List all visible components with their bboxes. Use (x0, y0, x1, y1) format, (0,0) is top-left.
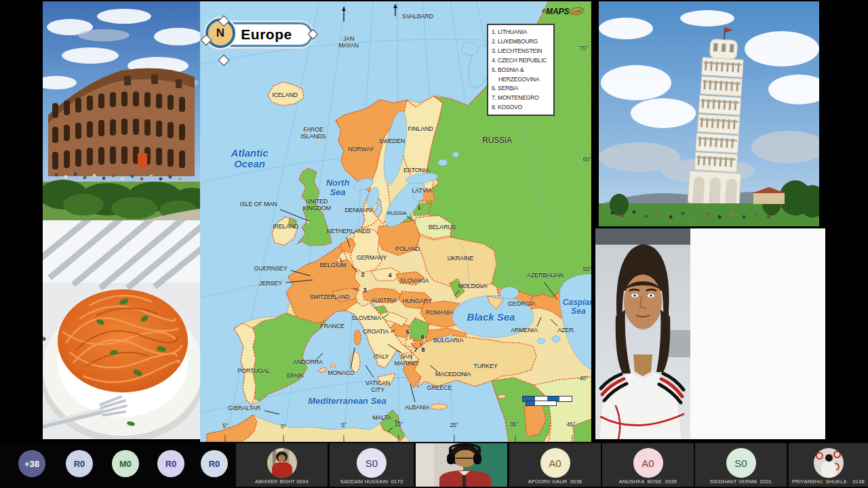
map-label-6: 6 (421, 334, 425, 341)
map-label-andorra: ANDORRA (293, 359, 323, 366)
map-label-spain: SPAIN (286, 373, 303, 380)
map-label-25-: 25° (450, 422, 458, 429)
participant-name: ABHISEK BISHT 0004 (236, 479, 328, 485)
participant-initials-avatar: A0 (633, 448, 663, 478)
participant-initials-avatar: S0 (726, 448, 756, 478)
map-label-armenia: ARMENIA (511, 327, 538, 334)
map-label-70-: 70° (579, 45, 588, 52)
logo-ring-icon (833, 451, 841, 458)
map-label-italy: ITALY (374, 354, 389, 361)
map-label-azerbaijan: AZERBAIJAN (527, 272, 564, 279)
map-label-5-: 5° (341, 422, 347, 429)
map-label-estonia: ESTONIA (403, 167, 429, 174)
map-label-norway: NORWAY (348, 146, 374, 153)
participant-tile-5[interactable]: A0ANUSHKA BOSE 0035 (602, 443, 694, 487)
legend-item: 2. LUXEMBOURG (492, 37, 551, 47)
headphones-band-icon (449, 443, 481, 453)
map-label-atlantic-ocean: Atlantic Ocean (231, 148, 268, 169)
video-conference-screen: SVALBARDJAN MAYANICELANDFAROE ISLANDSNOR… (0, 0, 868, 488)
map-label-albania: ALBANIA (405, 405, 430, 411)
participant-badge-38[interactable]: +38 (18, 450, 45, 477)
spaghetti-illustration (43, 220, 200, 439)
participant-badge-r0[interactable]: R0 (66, 450, 93, 477)
compass-rose: N (205, 18, 235, 48)
map-label-40-: 40° (579, 375, 588, 382)
map-label-croatia: CROATIA (363, 329, 389, 336)
legend-item: 6. SERBIA (492, 84, 551, 94)
legend-item: 1. LITHUANIA (492, 28, 551, 37)
map-label-macedonia: MACEDONIA (435, 371, 471, 378)
map-label-moldova: MOLDOVA (458, 283, 488, 290)
map-label-0-: 0° (281, 424, 286, 430)
legend-item: 3. LIECHTENSTEIN (492, 47, 551, 56)
map-label-russia: RUSSIA (387, 211, 407, 217)
map-label-1: 1 (418, 205, 421, 211)
map-label-mediterranean-sea: Mediterranean Sea (308, 396, 387, 406)
participant-badge-r0[interactable]: R0 (157, 450, 184, 477)
map-label-15-: 15° (394, 422, 403, 428)
top-edge (0, 0, 868, 1)
person-glasses (456, 458, 475, 462)
participant-tile-3[interactable] (416, 443, 507, 487)
person-head (825, 454, 833, 462)
map-label-belarus: BELARUS (429, 224, 456, 231)
colosseum-illustration (43, 1, 200, 220)
map-scale-bar (522, 396, 572, 406)
map-label-sweden: SWEDEN (379, 138, 405, 145)
participant-name: APOORV GAUR 0036 (509, 479, 601, 485)
participant-badge-m0[interactable]: M0 (112, 450, 139, 477)
map-label-gibraltar: GIBRALTAR (228, 405, 260, 412)
map-label-hungary: HUNGARY (402, 298, 431, 305)
map-label-iceland: ICELAND (272, 92, 298, 99)
participant-tile-4[interactable]: A0APOORV GAUR 0036 (509, 443, 601, 487)
map-label-5-: 5° (222, 423, 228, 430)
person-face (278, 455, 285, 462)
map-label-caspian-sea: Caspian Sea (563, 298, 591, 316)
map-label-turkey: TURKEY (473, 363, 497, 370)
participant-name: ANUSHKA BOSE 0035 (602, 479, 694, 485)
map-label-slovakia: SLOVAKIA (400, 278, 429, 285)
map-label-denmark: DENMARK (344, 207, 374, 214)
map-label-united-kingdom: UNITED KINGDOM (302, 199, 331, 211)
map-label-slovenia: SLOVENIA (351, 315, 380, 322)
pisa-illustration (599, 1, 819, 226)
person-torso (272, 462, 292, 478)
participant-tile-2[interactable]: S0SADDAM HUSSAIN 0173 (330, 443, 414, 487)
map-label-60-: 60° (583, 157, 591, 163)
participant-photo-avatar (814, 448, 844, 478)
map-label-austria: AUSTRIA (371, 298, 397, 304)
map-label-8: 8 (422, 347, 425, 354)
map-label-azer-: AZER. (557, 327, 575, 334)
compass-letter: N (216, 26, 224, 40)
headphone-earcup-icon (473, 453, 481, 464)
participant-badge-r0[interactable]: R0 (201, 450, 228, 477)
map-label-romania: ROMANIA (426, 310, 454, 317)
legend-item: 4. CZECH REPUBLIC (492, 56, 551, 66)
map-label-bulgaria: BULGARIA (433, 338, 463, 344)
scale-bar-bottom-row (526, 401, 557, 406)
participant-name: PRIYANSHU SHUKLA 0148 (789, 479, 868, 485)
map-label-north-sea: North Sea (326, 178, 350, 197)
europe-map: SVALBARDJAN MAYANICELANDFAROE ISLANDSNOR… (200, 0, 591, 442)
participant-tile-6[interactable]: S0SIDDHANT VERMA 0201 (695, 443, 787, 487)
participant-tile-7[interactable]: PRIYANSHU SHUKLA 0148 (789, 443, 868, 487)
map-label-russia: RUSSIA (482, 136, 511, 145)
compass-north-point (218, 16, 230, 27)
participant-tile-1[interactable]: ABHISEK BISHT 0004 (236, 443, 328, 487)
map-label-black-sea: Black Sea (467, 312, 515, 323)
map-label-jan-mayan: JAN MAYAN (338, 36, 359, 49)
map-label-latvia: LATVIA (412, 188, 431, 195)
participant-name: SIDDHANT VERMA 0201 (695, 479, 787, 485)
legend-item: 5. BOSNIA & (492, 66, 551, 75)
map-label-35-: 35° (509, 422, 518, 428)
map-label-faroe-islands: FAROE ISLANDS (300, 127, 326, 140)
participants-filmstrip: +38R0M0R0R0ABHISEK BISHT 0004S0SADDAM HU… (0, 442, 868, 488)
map-label-4: 4 (389, 272, 392, 279)
participant-initials-avatar: A0 (540, 448, 570, 478)
maps-tld: com (569, 7, 585, 16)
map-label-45-: 45° (566, 422, 575, 428)
map-label-vatican-city: VATICAN CITY (366, 380, 390, 393)
map-label-finland: FINLAND (408, 126, 433, 133)
map-label-germany: GERMANY (357, 255, 387, 262)
map-label-belgium: BELGIUM (319, 262, 346, 269)
